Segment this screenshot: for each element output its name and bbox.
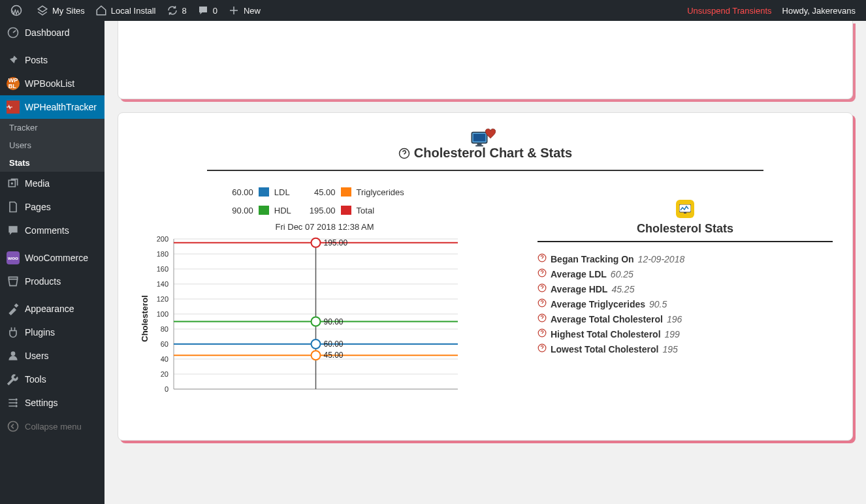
products-icon [7,275,20,288]
submenu-stats[interactable]: Stats [0,154,104,172]
tools-icon [7,373,20,386]
wp-logo[interactable] [5,0,31,21]
stat-value: 60.25 [611,269,633,279]
stat-row: Average HDL45.25 [537,281,833,296]
unsuspend-transients[interactable]: Unsuspend Transients [682,0,777,21]
legend-trig-val: 45.00 [310,187,336,197]
menu-comments[interactable]: Comments [0,219,104,242]
admin-bar: My Sites Local Install 8 0 New Unsuspend… [0,0,866,21]
submenu-tracker[interactable]: Tracker [0,119,104,136]
menu-wphealthtracker[interactable]: WPHealthTracker [0,95,104,119]
svg-text:140: 140 [157,280,168,288]
svg-point-2 [11,182,13,184]
my-sites[interactable]: My Sites [31,0,90,21]
updates[interactable]: 8 [161,0,192,21]
howdy-user[interactable]: Howdy, Jakerevans [777,0,861,21]
svg-point-38 [312,339,321,349]
svg-point-40 [312,317,321,326]
howdy-label: Howdy, Jakerevans [782,6,856,16]
menu-settings[interactable]: Settings [0,391,104,415]
svg-point-42 [312,351,321,360]
help-icon[interactable] [398,148,410,159]
panel-title: Cholesterol Chart & Stats [138,146,833,161]
menu-media[interactable]: Media [0,172,104,195]
stats-divider [537,241,833,242]
new-content[interactable]: New [223,0,266,21]
plus-icon [228,5,240,16]
help-icon[interactable] [537,298,547,309]
stat-value: 195 [662,344,677,354]
legend-ldl-swatch [259,187,269,197]
legend-ldl-val: 60.00 [232,187,253,197]
chart-area[interactable]: Cholesterol 2001801601401201008060402006… [138,236,511,401]
menu-appearance[interactable]: Appearance [0,297,104,321]
submenu-users[interactable]: Users [0,136,104,154]
stat-value: 199 [665,329,680,339]
legend-total-swatch [341,206,351,215]
site-name[interactable]: Local Install [90,0,161,21]
stat-row: Highest Total Cholesterol199 [537,326,833,341]
help-icon[interactable] [537,268,547,279]
svg-rect-10 [477,144,482,145]
comment-icon [197,5,209,16]
collapse-menu[interactable]: Collapse menu [0,415,104,438]
stat-label: Average LDL [551,269,607,279]
stat-label: Lowest Total Cholesterol [551,344,658,354]
svg-text:160: 160 [157,265,168,273]
stats-column: Cholesterol Stats Began Tracking On12-09… [537,184,833,401]
svg-text:195.00: 195.00 [324,238,348,247]
menu-woocommerce[interactable]: wooWooCommerce [0,246,104,270]
stat-label: Average Triglycerides [551,299,645,309]
menu-posts[interactable]: Posts [0,48,104,72]
previous-panel-bottom [118,21,853,99]
svg-text:40: 40 [161,355,168,363]
stat-row: Began Tracking On12-09-2018 [537,251,833,266]
stat-value: 90.5 [649,299,667,309]
svg-text:0: 0 [165,385,168,393]
menu-tools[interactable]: Tools [0,368,104,391]
y-axis-label: Cholesterol [140,295,150,342]
cholesterol-panel: Cholesterol Chart & Stats 60.00 LDL 45.0… [118,112,853,441]
help-icon[interactable] [537,283,547,294]
stat-label: Began Tracking On [551,254,634,264]
stats-title: Cholesterol Stats [537,222,833,236]
legend-trig-label: Triglycerides [357,187,417,197]
stat-row: Average Total Cholesterol196 [537,311,833,326]
menu-dashboard[interactable]: Dashboard [0,21,104,44]
legend-hdl-label: HDL [274,206,304,215]
plugins-icon [7,326,20,339]
stat-value: 45.25 [611,284,634,294]
media-icon [7,177,20,190]
menu-plugins[interactable]: Plugins [0,321,104,344]
menu-users[interactable]: Users [0,344,104,368]
line-chart: 20018016014012010080604020060.0090.0045.… [138,236,464,399]
svg-text:200: 200 [157,236,168,243]
unsuspend-label: Unsuspend Transients [687,6,771,16]
stat-value: 196 [667,314,682,324]
content-area: Cholesterol Chart & Stats 60.00 LDL 45.0… [104,21,866,454]
help-icon[interactable] [537,343,547,354]
comments-bubble[interactable]: 0 [192,0,223,21]
submenu-wphealthtracker: Tracker Users Stats [0,119,104,172]
svg-text:20: 20 [161,370,168,378]
menu-wpbooklist[interactable]: WPBLWPBookList [0,72,104,95]
pin-icon [7,54,20,67]
svg-point-4 [15,398,17,400]
stat-row: Average Triglycerides90.5 [537,296,833,311]
comments-count: 0 [213,6,217,16]
help-icon[interactable] [537,328,547,339]
legend-hdl-val: 90.00 [232,206,253,215]
heart-icon [485,128,496,140]
refresh-icon [167,5,178,16]
menu-products[interactable]: Products [0,270,104,293]
wphealthtracker-icon [7,101,20,114]
help-icon[interactable] [537,253,547,264]
help-icon[interactable] [537,313,547,324]
svg-text:120: 120 [157,295,168,303]
chart-legend: 60.00 LDL 45.00 Triglycerides 90.00 HDL … [138,184,511,218]
admin-sidebar: Dashboard Posts WPBLWPBookList WPHealthT… [0,21,104,454]
stat-label: Highest Total Cholesterol [551,329,661,339]
svg-point-5 [15,402,17,403]
menu-pages[interactable]: Pages [0,195,104,219]
svg-point-7 [8,422,18,432]
